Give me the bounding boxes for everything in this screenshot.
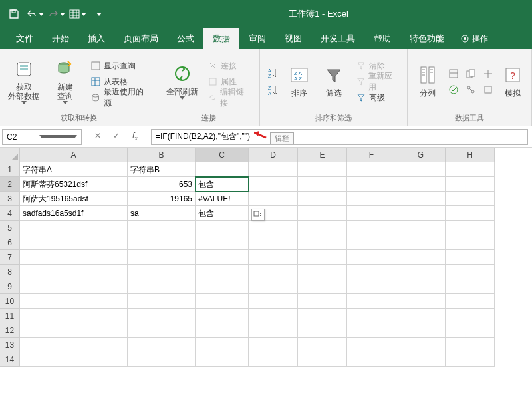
undo-icon[interactable]	[25, 5, 45, 23]
cell-H4[interactable]	[446, 206, 495, 221]
cell-B13[interactable]	[128, 338, 196, 352]
redo-icon[interactable]	[47, 5, 66, 23]
cell-E11[interactable]	[298, 309, 347, 323]
cell-C7[interactable]	[196, 250, 249, 265]
cell-H5[interactable]	[446, 221, 495, 235]
cell-F12[interactable]	[347, 323, 396, 338]
cell-B6[interactable]	[128, 235, 196, 250]
formula-input[interactable]: =IF(FIND(B2,A2),"包含","") 辑栏	[151, 129, 528, 145]
row-header-8[interactable]: 8	[0, 265, 20, 279]
cell-G4[interactable]	[396, 206, 446, 221]
row-header-3[interactable]: 3	[0, 192, 20, 206]
tab-开发工具[interactable]: 开发工具	[311, 28, 364, 49]
col-header-C[interactable]: C	[196, 148, 249, 162]
cell-F14[interactable]	[347, 352, 396, 367]
row-header-10[interactable]: 10	[0, 294, 20, 309]
cell-F13[interactable]	[347, 338, 396, 352]
cell-F7[interactable]	[347, 250, 396, 265]
cell-E9[interactable]	[298, 279, 347, 294]
text-to-columns-button[interactable]: 分列	[413, 52, 442, 110]
cell-G6[interactable]	[396, 235, 446, 250]
cell-A4[interactable]: sadfads16a5sd1f	[20, 206, 128, 221]
cell-G7[interactable]	[396, 250, 446, 265]
cell-H6[interactable]	[446, 235, 495, 250]
cell-D14[interactable]	[249, 352, 298, 367]
cell-G9[interactable]	[396, 279, 446, 294]
tab-插入[interactable]: 插入	[78, 28, 114, 49]
data-validation-icon[interactable]	[446, 82, 461, 97]
cell-E2[interactable]	[298, 177, 347, 192]
spreadsheet-grid[interactable]: ABCDEFGH 1字符串A字符串B2阿斯蒂芬65321dsf653包含3阿萨大…	[0, 148, 532, 367]
cell-D12[interactable]	[249, 323, 298, 338]
cell-D10[interactable]	[249, 294, 298, 309]
cell-B10[interactable]	[128, 294, 196, 309]
cell-E7[interactable]	[298, 250, 347, 265]
cell-D11[interactable]	[249, 309, 298, 323]
tab-帮助[interactable]: 帮助	[364, 28, 400, 49]
cell-E3[interactable]	[298, 192, 347, 206]
cell-F8[interactable]	[347, 265, 396, 279]
tell-me-button[interactable]: 操作	[460, 28, 488, 49]
tab-特色功能[interactable]: 特色功能	[400, 28, 454, 49]
relationships-icon[interactable]	[464, 82, 478, 97]
cell-G13[interactable]	[396, 338, 446, 352]
cell-D13[interactable]	[249, 338, 298, 352]
cell-A8[interactable]	[20, 265, 128, 279]
cell-F9[interactable]	[347, 279, 396, 294]
cell-A13[interactable]	[20, 338, 128, 352]
cell-H12[interactable]	[446, 323, 495, 338]
cell-C1[interactable]	[196, 162, 249, 177]
col-header-E[interactable]: E	[298, 148, 347, 162]
qat-customize-icon[interactable]	[89, 5, 109, 23]
cell-C14[interactable]	[196, 352, 249, 367]
cell-C9[interactable]	[196, 279, 249, 294]
cell-H1[interactable]	[446, 162, 495, 177]
get-external-data-button[interactable]: 获取 外部数据	[5, 52, 43, 110]
cell-D9[interactable]	[249, 279, 298, 294]
cell-A10[interactable]	[20, 294, 128, 309]
col-header-G[interactable]: G	[396, 148, 446, 162]
cell-F6[interactable]	[347, 235, 396, 250]
flash-fill-icon[interactable]	[446, 66, 461, 81]
cell-B9[interactable]	[128, 279, 196, 294]
col-header-F[interactable]: F	[347, 148, 396, 162]
cell-D8[interactable]	[249, 265, 298, 279]
cell-H10[interactable]	[446, 294, 495, 309]
sort-za-button[interactable]: ZA	[265, 83, 280, 98]
cell-G12[interactable]	[396, 323, 446, 338]
cell-A3[interactable]: 阿萨大195165adsf	[20, 192, 128, 206]
cell-H7[interactable]	[446, 250, 495, 265]
cell-A9[interactable]	[20, 279, 128, 294]
sort-button[interactable]: Z AA Z 排序	[284, 52, 315, 110]
row-header-12[interactable]: 12	[0, 323, 20, 338]
cell-D7[interactable]	[249, 250, 298, 265]
cell-H9[interactable]	[446, 279, 495, 294]
cell-C12[interactable]	[196, 323, 249, 338]
tab-公式[interactable]: 公式	[168, 28, 203, 49]
cell-A12[interactable]	[20, 323, 128, 338]
cell-C2[interactable]: 包含	[196, 177, 249, 192]
cell-B14[interactable]	[128, 352, 196, 367]
cell-C10[interactable]	[196, 294, 249, 309]
select-all-corner[interactable]	[0, 148, 20, 162]
col-header-A[interactable]: A	[20, 148, 128, 162]
tab-数据[interactable]: 数据	[203, 28, 239, 49]
row-header-4[interactable]: 4	[0, 206, 20, 221]
cell-G5[interactable]	[396, 221, 446, 235]
cell-C13[interactable]	[196, 338, 249, 352]
cell-B7[interactable]	[128, 250, 196, 265]
row-header-11[interactable]: 11	[0, 309, 20, 323]
cell-G11[interactable]	[396, 309, 446, 323]
cell-A6[interactable]	[20, 235, 128, 250]
advanced-filter-button[interactable]: 高级	[353, 90, 402, 105]
cell-A5[interactable]	[20, 221, 128, 235]
row-header-13[interactable]: 13	[0, 338, 20, 352]
refresh-all-button[interactable]: 全部刷新	[164, 52, 201, 110]
cell-E13[interactable]	[298, 338, 347, 352]
cancel-formula-icon[interactable]: ✕	[90, 131, 106, 142]
cell-C8[interactable]	[196, 265, 249, 279]
cell-B5[interactable]	[128, 221, 196, 235]
cell-D2[interactable]	[249, 177, 298, 192]
cell-E6[interactable]	[298, 235, 347, 250]
filter-button[interactable]: 筛选	[319, 52, 349, 110]
